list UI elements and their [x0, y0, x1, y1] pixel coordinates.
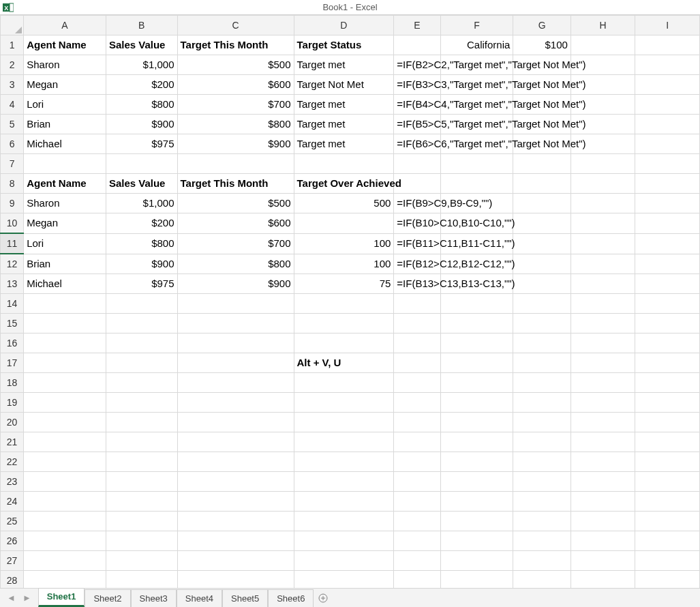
cell-C14[interactable] — [177, 294, 294, 314]
cell-E2[interactable]: =IF(B2>C2,"Target met","Target Not Met") — [394, 55, 440, 75]
cell-A11[interactable]: Lori — [24, 233, 106, 254]
row-5[interactable]: 5 Brian $900 $800 Target met =IF(B5>C5,"… — [1, 115, 700, 134]
cell-F28[interactable] — [440, 571, 513, 589]
row-header-12[interactable]: 12 — [1, 254, 24, 274]
cell-D14[interactable] — [294, 294, 394, 314]
row-2[interactable]: 2 Sharon $1,000 $500 Target met =IF(B2>C… — [1, 55, 700, 75]
cell-G14[interactable] — [513, 294, 570, 314]
row-header-13[interactable]: 13 — [1, 274, 24, 294]
cell-F27[interactable] — [440, 551, 513, 571]
cell-C7[interactable] — [177, 154, 294, 174]
cell-G28[interactable] — [513, 571, 570, 589]
row-4[interactable]: 4 Lori $800 $700 Target met =IF(B4>C4,"T… — [1, 95, 700, 115]
cell-A14[interactable] — [24, 294, 106, 314]
cell-E3[interactable]: =IF(B3>C3,"Target met","Target Not Met") — [394, 75, 440, 95]
cell-A15[interactable] — [24, 314, 106, 334]
row-header-20[interactable]: 20 — [1, 413, 24, 432]
cell-A25[interactable] — [24, 512, 106, 531]
col-header-H[interactable]: H — [570, 16, 635, 35]
cell-E14[interactable] — [394, 294, 440, 314]
cell-B25[interactable] — [106, 512, 177, 531]
cell-F24[interactable] — [440, 492, 513, 512]
cell-D7[interactable] — [294, 154, 394, 174]
cell-G23[interactable] — [513, 472, 570, 492]
cell-G17[interactable] — [513, 353, 570, 373]
cell-C11[interactable]: $700 — [177, 233, 294, 254]
cell-I28[interactable] — [635, 571, 700, 589]
cell-E4[interactable]: =IF(B4>C4,"Target met","Target Not Met") — [394, 95, 440, 115]
row-26[interactable]: 26 — [1, 531, 700, 551]
cell-D11[interactable]: 100 — [294, 233, 394, 254]
row-header-17[interactable]: 17 — [1, 353, 24, 373]
sheet-tab-1[interactable]: Sheet1 — [38, 588, 85, 607]
tab-nav-prev-icon[interactable]: ◄ — [7, 593, 16, 603]
cell-I24[interactable] — [635, 492, 700, 512]
cell-D6[interactable]: Target met — [294, 134, 394, 154]
spreadsheet[interactable]: A B C D E F G H I 1 Agent Name Sales Val… — [0, 15, 700, 588]
cell-B4[interactable]: $800 — [106, 95, 177, 115]
cell-D23[interactable] — [294, 472, 394, 492]
cell-C2[interactable]: $500 — [177, 55, 294, 75]
cell-C8[interactable]: Target This Month — [177, 174, 294, 194]
cell-I8[interactable] — [635, 174, 700, 194]
cell-C3[interactable]: $600 — [177, 75, 294, 95]
cell-E21[interactable] — [394, 432, 440, 452]
cell-D8[interactable]: Target Over Achieved — [294, 174, 394, 194]
cell-A24[interactable] — [24, 492, 106, 512]
cell-E13[interactable]: =IF(B13>C13,B13-C13,"") — [394, 274, 440, 294]
add-sheet-button[interactable] — [314, 589, 333, 607]
cell-C18[interactable] — [177, 373, 294, 393]
cell-H13[interactable] — [570, 274, 635, 294]
cell-I4[interactable] — [635, 95, 700, 115]
cell-H17[interactable] — [570, 353, 635, 373]
cell-G19[interactable] — [513, 393, 570, 413]
cell-G18[interactable] — [513, 373, 570, 393]
cell-H27[interactable] — [570, 551, 635, 571]
cell-E23[interactable] — [394, 472, 440, 492]
cell-H22[interactable] — [570, 452, 635, 472]
cell-H19[interactable] — [570, 393, 635, 413]
row-22[interactable]: 22 — [1, 452, 700, 472]
cell-F18[interactable] — [440, 373, 513, 393]
row-header-24[interactable]: 24 — [1, 492, 24, 512]
cell-E20[interactable] — [394, 413, 440, 432]
cell-D28[interactable] — [294, 571, 394, 589]
cell-A1[interactable]: Agent Name — [24, 35, 106, 55]
cell-H25[interactable] — [570, 512, 635, 531]
cell-B9[interactable]: $1,000 — [106, 194, 177, 213]
sheet-tab-4[interactable]: Sheet4 — [177, 589, 222, 607]
cell-H12[interactable] — [570, 254, 635, 274]
cell-D9[interactable]: 500 — [294, 194, 394, 213]
cell-B21[interactable] — [106, 432, 177, 452]
cell-A2[interactable]: Sharon — [24, 55, 106, 75]
cell-G22[interactable] — [513, 452, 570, 472]
cell-I15[interactable] — [635, 314, 700, 334]
cell-B15[interactable] — [106, 314, 177, 334]
cell-A5[interactable]: Brian — [24, 115, 106, 134]
cell-I1[interactable] — [635, 35, 700, 55]
cell-D20[interactable] — [294, 413, 394, 432]
cell-E1[interactable] — [394, 35, 440, 55]
cell-E12[interactable]: =IF(B12>C12,B12-C12,"") — [394, 254, 440, 274]
row-12[interactable]: 12 Brian $900 $800 100 =IF(B12>C12,B12-C… — [1, 254, 700, 274]
cell-D17[interactable]: Alt + V, U — [294, 353, 394, 373]
cell-B1[interactable]: Sales Value — [106, 35, 177, 55]
cell-B23[interactable] — [106, 472, 177, 492]
cell-E26[interactable] — [394, 531, 440, 551]
cell-A3[interactable]: Megan — [24, 75, 106, 95]
cell-D15[interactable] — [294, 314, 394, 334]
cell-D3[interactable]: Target Not Met — [294, 75, 394, 95]
cell-I19[interactable] — [635, 393, 700, 413]
cell-H7[interactable] — [570, 154, 635, 174]
cell-A20[interactable] — [24, 413, 106, 432]
row-header-19[interactable]: 19 — [1, 393, 24, 413]
cell-H23[interactable] — [570, 472, 635, 492]
cell-A9[interactable]: Sharon — [24, 194, 106, 213]
row-3[interactable]: 3 Megan $200 $600 Target Not Met =IF(B3>… — [1, 75, 700, 95]
cell-C19[interactable] — [177, 393, 294, 413]
cell-I20[interactable] — [635, 413, 700, 432]
cell-E5[interactable]: =IF(B5>C5,"Target met","Target Not Met") — [394, 115, 440, 134]
grid[interactable]: A B C D E F G H I 1 Agent Name Sales Val… — [0, 15, 700, 588]
cell-D22[interactable] — [294, 452, 394, 472]
row-10[interactable]: 10 Megan $200 $600 =IF(B10>C10,B10-C10,"… — [1, 213, 700, 234]
